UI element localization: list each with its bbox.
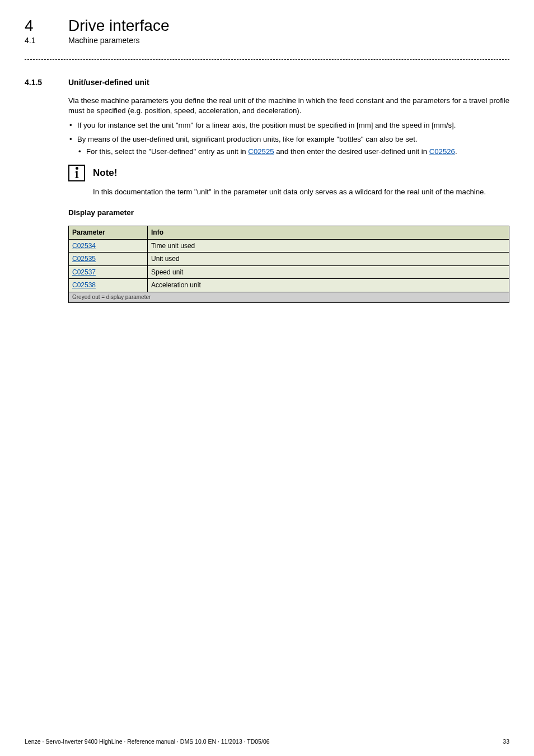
chapter-number: 4 [25,17,41,35]
table-footnote-text: Greyed out = display parameter [69,292,509,302]
bullet-text: By means of the user-defined unit, signi… [77,135,418,143]
sub-bullet-pre: For this, select the "User-defined" entr… [86,147,248,156]
param-info: Speed unit [148,265,509,279]
link-c02525[interactable]: C02525 [248,147,274,156]
footer-text: Lenze · Servo-Inverter 9400 HighLine · R… [25,738,270,745]
bullet-item: By means of the user-defined unit, signi… [68,134,509,157]
param-info: Acceleration unit [148,279,509,292]
param-link[interactable]: C02534 [72,242,96,250]
table-row: C02537 Speed unit [69,265,509,279]
note-block: 1 Note! In this documentation the term "… [68,165,509,197]
page-number: 33 [503,738,509,745]
param-link[interactable]: C02537 [72,268,96,276]
display-parameter-heading: Display parameter [68,208,509,218]
table-row: C02534 Time unit used [69,239,509,253]
sub-bullet-mid: and then enter the desired user-defined … [274,147,429,156]
table-footnote: Greyed out = display parameter [69,292,509,302]
info-icon: 1 [68,165,85,181]
divider [25,59,509,60]
table-header-parameter: Parameter [69,226,148,240]
subchapter-title: Machine parameters [68,36,140,45]
chapter-title: Drive interface [68,17,170,35]
bullet-item: If you for instance set the unit "mm" fo… [68,120,509,130]
note-text: In this documentation the term "unit" in… [93,187,509,197]
note-title: Note! [93,166,117,179]
section-title: Unit/user-defined unit [68,78,149,87]
link-c02526[interactable]: C02526 [429,147,455,156]
table-row: C02538 Acceleration unit [69,279,509,292]
param-link[interactable]: C02535 [72,255,96,263]
sub-bullet-post: . [455,147,457,156]
bullet-text: If you for instance set the unit "mm" fo… [77,121,456,129]
display-parameter-table: Parameter Info C02534 Time unit used C02… [68,226,509,303]
param-info: Time unit used [148,239,509,253]
subchapter-number: 4.1 [25,36,41,45]
intro-paragraph: Via these machine parameters you define … [68,96,509,116]
param-link[interactable]: C02538 [72,281,96,289]
section-number: 4.1.5 [25,78,46,87]
param-info: Unit used [148,253,509,266]
sub-bullet-item: For this, select the "User-defined" entr… [77,147,509,157]
table-row: C02535 Unit used [69,253,509,266]
table-header-info: Info [148,226,509,240]
